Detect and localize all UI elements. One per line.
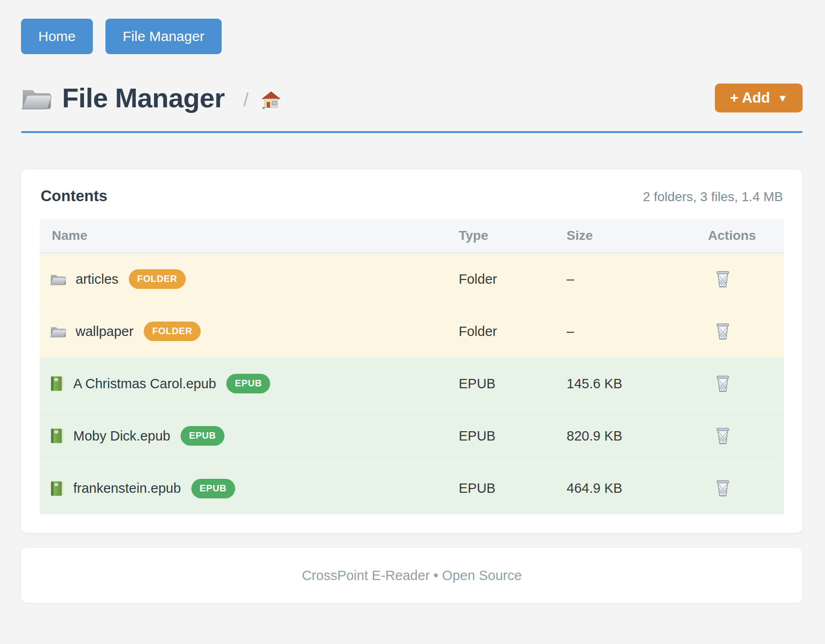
table-header-row: Name Type Size Actions — [40, 219, 784, 253]
book-icon — [50, 428, 64, 444]
table-row[interactable]: wallpaper FOLDER Folder – — [40, 305, 784, 357]
delete-button[interactable] — [713, 424, 733, 447]
add-button-label: + Add — [730, 90, 770, 106]
type-cell: Folder — [459, 253, 566, 305]
column-header-size: Size — [566, 219, 708, 253]
size-cell: 145.6 KB — [566, 357, 708, 410]
footer-text: CrossPoint E-Reader • Open Source — [302, 568, 522, 583]
type-badge: EPUB — [191, 479, 235, 498]
delete-button[interactable] — [713, 371, 733, 395]
column-header-actions: Actions — [708, 219, 784, 253]
contents-table: Name Type Size Actions articles FOLDER F… — [40, 219, 784, 514]
table-row[interactable]: articles FOLDER Folder – — [40, 253, 784, 305]
type-badge: EPUB — [181, 426, 224, 446]
type-badge: FOLDER — [129, 269, 186, 289]
trash-icon — [714, 321, 731, 341]
file-name: articles — [76, 272, 119, 287]
page-title: File Manager — [62, 82, 225, 113]
column-header-type: Type — [459, 219, 566, 253]
type-cell: EPUB — [459, 357, 566, 410]
delete-button[interactable] — [713, 476, 733, 499]
type-cell: EPUB — [459, 410, 566, 462]
type-cell: EPUB — [459, 462, 566, 514]
home-icon[interactable] — [262, 91, 280, 109]
folder-icon — [50, 325, 66, 338]
table-row[interactable]: Moby Dick.epub EPUB EPUB 820.9 KB — [40, 410, 784, 462]
size-cell: – — [566, 305, 708, 357]
trash-icon — [714, 478, 731, 497]
type-cell: Folder — [459, 305, 566, 357]
type-badge: EPUB — [226, 374, 270, 393]
file-manager-button[interactable]: File Manager — [105, 19, 222, 54]
file-name: wallpaper — [76, 324, 133, 339]
delete-button[interactable] — [713, 319, 733, 343]
contents-card: Contents 2 folders, 3 files, 1.4 MB Name… — [21, 169, 803, 533]
page-header: File Manager / + Add ▼ — [21, 82, 803, 113]
book-icon — [50, 376, 64, 392]
add-button[interactable]: + Add ▼ — [715, 84, 803, 112]
delete-button[interactable] — [713, 267, 733, 290]
home-button[interactable]: Home — [21, 19, 93, 54]
contents-summary: 2 folders, 3 files, 1.4 MB — [643, 189, 783, 204]
file-name: Moby Dick.epub — [73, 428, 170, 444]
top-nav: Home File Manager — [21, 19, 803, 54]
trash-icon — [714, 373, 731, 393]
header-divider — [21, 131, 803, 133]
size-cell: – — [566, 253, 708, 305]
caret-down-icon: ▼ — [777, 92, 788, 105]
file-name: A Christmas Carol.epub — [73, 376, 216, 392]
folder-icon — [21, 85, 52, 111]
folder-icon — [50, 273, 66, 286]
table-row[interactable]: A Christmas Carol.epub EPUB EPUB 145.6 K… — [40, 357, 784, 410]
card-title: Contents — [41, 187, 107, 205]
column-header-name: Name — [40, 219, 459, 253]
footer: CrossPoint E-Reader • Open Source — [21, 548, 803, 603]
page: Home File Manager File Manager / + Add ▼… — [0, 0, 825, 603]
type-badge: FOLDER — [144, 322, 201, 341]
trash-icon — [714, 269, 731, 288]
breadcrumb-separator: / — [244, 90, 249, 111]
size-cell: 464.9 KB — [566, 462, 708, 514]
size-cell: 820.9 KB — [566, 410, 708, 462]
file-name: frankenstein.epub — [73, 481, 181, 496]
table-row[interactable]: frankenstein.epub EPUB EPUB 464.9 KB — [40, 462, 784, 514]
trash-icon — [714, 426, 731, 445]
book-icon — [50, 481, 64, 497]
